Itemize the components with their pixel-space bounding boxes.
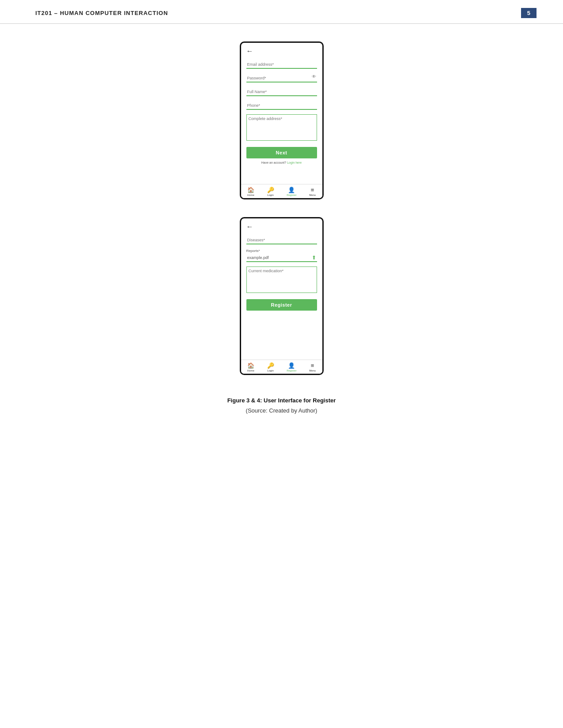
register-button[interactable]: Register	[246, 299, 317, 311]
nav-register-label-1: Register	[287, 194, 296, 196]
password-field-wrapper: 👁	[246, 73, 317, 83]
nav-menu-2[interactable]: ≡ Menu	[309, 362, 316, 372]
nav-login-1[interactable]: 🔑 Login	[267, 187, 274, 196]
nav-register-2[interactable]: 👤 Register	[287, 362, 296, 372]
phone-mockup-2: ← Reports* ⬆ Register 🏠 Home 🔑	[240, 217, 324, 375]
nav-login-label-1: Login	[267, 194, 274, 196]
upload-icon[interactable]: ⬆	[311, 255, 317, 261]
phone-screen-2: ← Reports* ⬆ Register	[241, 218, 322, 360]
nav-home-2[interactable]: 🏠 Home	[247, 362, 254, 372]
phone-field-wrapper	[246, 101, 317, 114]
fullname-input[interactable]	[246, 88, 317, 96]
fullname-field-wrapper	[246, 87, 317, 101]
login-icon-2: 🔑	[267, 362, 274, 369]
phone-screen-1: ← 👁 Next Have a	[241, 43, 322, 184]
nav-home-1[interactable]: 🏠 Home	[247, 187, 254, 196]
diseases-field-wrapper	[246, 235, 317, 249]
menu-icon-1: ≡	[311, 187, 314, 193]
diseases-input[interactable]	[246, 236, 317, 244]
address-textarea[interactable]	[246, 114, 317, 141]
figure-caption-block: Figure 3 & 4: User Interface for Registe…	[227, 393, 336, 414]
nav-menu-label-1: Menu	[309, 194, 316, 196]
source-caption: (Source: Created by Author)	[227, 407, 336, 414]
register-icon-2: 👤	[288, 362, 295, 369]
menu-icon-2: ≡	[311, 362, 314, 369]
password-input[interactable]	[246, 75, 317, 83]
back-arrow-2[interactable]: ←	[246, 223, 253, 231]
reports-input[interactable]	[246, 254, 311, 261]
page-number: 5	[521, 8, 537, 18]
page-header: IT201 – HUMAN COMPUTER INTERACTION 5	[0, 0, 563, 24]
nav-home-label-2: Home	[247, 369, 254, 372]
login-link[interactable]: Login here	[287, 161, 302, 164]
nav-menu-label-2: Menu	[309, 369, 316, 372]
bottom-nav-1: 🏠 Home 🔑 Login 👤 Register ≡ Menu	[241, 184, 322, 198]
nav-register-label-2: Register	[287, 369, 296, 372]
email-input[interactable]	[246, 61, 317, 69]
nav-menu-1[interactable]: ≡ Menu	[309, 187, 316, 196]
email-field-wrapper	[246, 60, 317, 73]
nav-home-label-1: Home	[247, 194, 254, 196]
file-upload-wrapper: ⬆	[246, 254, 317, 262]
nav-register-1[interactable]: 👤 Register	[287, 187, 296, 196]
register-icon-1: 👤	[288, 187, 295, 193]
back-arrow-1[interactable]: ←	[246, 47, 253, 55]
nav-login-2[interactable]: 🔑 Login	[267, 362, 274, 372]
home-icon-1: 🏠	[247, 187, 254, 193]
login-text: Have an account?	[261, 161, 286, 164]
login-link-row: Have an account? Login here	[246, 161, 317, 164]
eye-icon[interactable]: 👁	[312, 74, 316, 79]
next-button[interactable]: Next	[246, 147, 317, 158]
reports-label: Reports*	[246, 249, 317, 253]
home-icon-2: 🏠	[247, 362, 254, 369]
bottom-nav-2: 🏠 Home 🔑 Login 👤 Register ≡ Menu	[241, 360, 322, 374]
nav-login-label-2: Login	[267, 369, 274, 372]
phone-mockup-1: ← 👁 Next Have a	[240, 41, 324, 199]
medication-textarea[interactable]	[246, 266, 317, 293]
header-title: IT201 – HUMAN COMPUTER INTERACTION	[35, 10, 168, 16]
figure-caption: Figure 3 & 4: User Interface for Registe…	[227, 397, 336, 404]
login-icon-1: 🔑	[267, 187, 274, 193]
phone-input[interactable]	[246, 102, 317, 110]
main-content: ← 👁 Next Have a	[0, 24, 563, 440]
